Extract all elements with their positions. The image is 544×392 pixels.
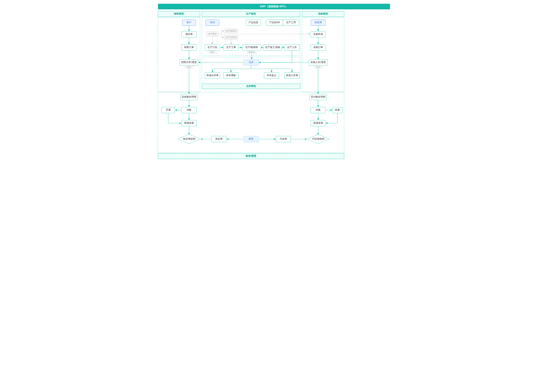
sales-order-label: 销售订单 <box>184 46 194 49</box>
sales-section-frame <box>158 17 200 92</box>
quote-label: 报价单 <box>185 33 193 35</box>
prod-demand-label: 生产需求 <box>208 33 217 35</box>
supplier-label: 供应商 <box>314 21 322 24</box>
pur-in-batch-tag: 批次 <box>316 66 320 68</box>
warehouse-label: 仓库 <box>249 61 254 63</box>
finance-entity-label: 财务 <box>249 137 254 140</box>
transfer-label: 库存调拨 <box>226 74 236 77</box>
title-text: ERP（流程制造-MTS） <box>260 5 288 8</box>
payment-label: 付款单 <box>279 137 287 140</box>
sales-invoice-label: 销项发票 <box>184 121 194 124</box>
purchase-section-label: 采购管理 <box>318 12 328 15</box>
sales-out-batch-tag: 批次 <box>187 66 191 68</box>
pur-invoice-label: 进项发票 <box>313 121 323 124</box>
stock-count-label: 库存盘点 <box>267 74 276 77</box>
ar-detail-label: 应收账款明细 <box>182 95 196 98</box>
receive-ticket-label: 收票 <box>335 108 340 111</box>
pur-req-label: 采购申请 <box>313 33 323 35</box>
receipt-label: 收款单 <box>215 137 223 140</box>
sales-section-label: 销售管理 <box>174 12 184 15</box>
prod-order-label: 生产工单 <box>226 46 236 49</box>
pur-in-label: 采购入库/退货 <box>310 61 326 63</box>
finance-section-label: 财务管理 <box>246 154 256 157</box>
prod-plan-batch-tag: 批次 <box>210 51 214 53</box>
erp-diagram: ERP（流程制造-MTS） 销售管理 生产管理 采购管理 客户 报价单 销售订单… <box>154 2 392 174</box>
pur-order-label: 采购订单 <box>313 46 323 49</box>
other-out-label: 其他出库单 <box>206 74 218 77</box>
customer-label: 客户 <box>187 21 191 24</box>
payment-writeoff-label: 付款单核销 <box>312 137 324 140</box>
prod-bom-label: 产品BOM <box>269 21 280 24</box>
receipt-writeoff-label: 收款单核销 <box>183 137 195 140</box>
prod-report-label: 生产报工/质检 <box>265 46 280 49</box>
invoice-open-label: 开票 <box>166 108 171 111</box>
other-in-label: 其他入库单 <box>286 74 298 77</box>
prod-pick-label: 生产领/退料 <box>245 46 258 49</box>
prod-in-label: 生产入库 <box>287 46 297 49</box>
workshop-label: 车间 <box>210 21 215 24</box>
reconcile-p-label: 对账 <box>316 108 320 111</box>
task-pool-label: 生产任务池 <box>226 36 236 38</box>
sales-out-label: 销售出库/退货 <box>181 61 197 63</box>
pick-pool-label: 生产领料池 <box>226 30 236 32</box>
warehouse-section-label: 仓库管理 <box>246 85 256 87</box>
prod-process-label: 生产工序 <box>286 21 296 24</box>
prod-plan-label: 生产计划 <box>207 46 217 49</box>
ap-detail-label: 应付账款明细 <box>311 95 325 98</box>
prod-info-label: 产品信息 <box>248 21 258 24</box>
reconcile-s-label: 对账 <box>187 108 191 111</box>
prod-pick-dualunit-tag: 双单位 <box>248 51 255 53</box>
production-section-label: 生产管理 <box>246 12 256 15</box>
purchase-section-frame <box>302 17 344 92</box>
